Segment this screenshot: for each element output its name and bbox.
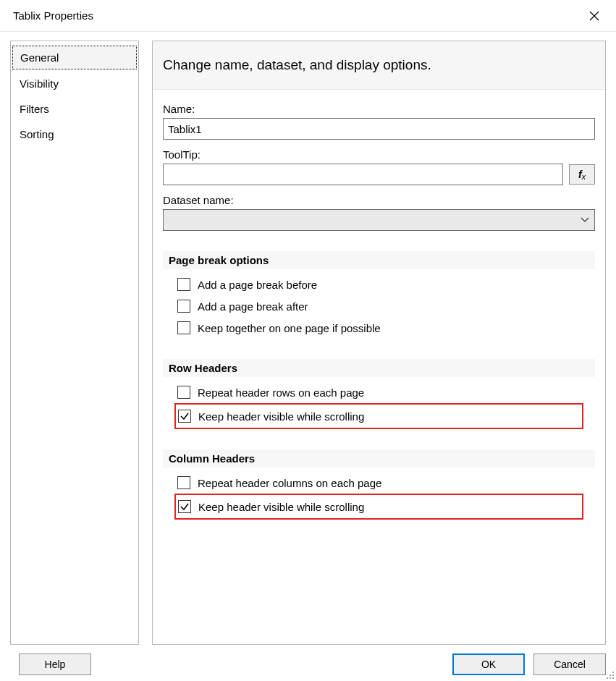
tooltip-input[interactable] — [163, 164, 563, 185]
checkbox — [177, 386, 190, 399]
footer: Help OK Cancel — [10, 653, 606, 675]
tab-visibility[interactable]: Visibility — [11, 71, 138, 96]
expression-button[interactable]: fx — [569, 164, 595, 185]
checkbox — [177, 321, 190, 334]
checkbox — [178, 500, 191, 513]
svg-point-3 — [607, 677, 608, 679]
content-header: Change name, dataset, and display option… — [153, 41, 605, 90]
group-row-headers: Row Headers Repeat header rows on each p… — [163, 359, 595, 429]
highlight-box: Keep header visible while scrolling — [174, 403, 583, 429]
check-keep-together[interactable]: Keep together on one page if possible — [163, 317, 595, 339]
tooltip-row: fx — [163, 164, 595, 185]
checkbox-label: Keep together on one page if possible — [198, 322, 381, 334]
highlight-box: Keep header visible while scrolling — [174, 494, 583, 520]
dataset-label: Dataset name: — [163, 194, 595, 206]
check-keep-column-header-visible[interactable]: Keep header visible while scrolling — [177, 496, 581, 517]
check-page-break-after[interactable]: Add a page break after — [163, 295, 595, 317]
close-icon — [589, 11, 599, 21]
check-repeat-column-headers[interactable]: Repeat header columns on each page — [163, 472, 595, 494]
checkbox-label: Keep header visible while scrolling — [198, 501, 364, 513]
tooltip-label: ToolTip: — [163, 148, 595, 161]
checkbox-label: Repeat header rows on each page — [198, 386, 364, 399]
tab-label: General — [20, 51, 59, 64]
tab-label: Filters — [20, 103, 49, 115]
tab-label: Visibility — [20, 77, 59, 90]
name-label: Name: — [163, 103, 595, 115]
tab-filters[interactable]: Filters — [11, 96, 138, 122]
dataset-select[interactable] — [163, 209, 595, 231]
content-body: Name: ToolTip: fx Dataset name: Page bre… — [153, 90, 605, 644]
titlebar: Tablix Properties — [0, 0, 616, 32]
svg-point-2 — [612, 674, 614, 676]
check-keep-row-header-visible[interactable]: Keep header visible while scrolling — [177, 405, 581, 427]
svg-point-0 — [612, 672, 614, 673]
svg-point-1 — [609, 674, 611, 676]
tab-label: Sorting — [20, 128, 54, 140]
svg-point-5 — [612, 677, 614, 679]
group-title-row-headers: Row Headers — [163, 359, 595, 377]
name-input[interactable] — [163, 118, 595, 140]
checkbox-label: Repeat header columns on each page — [198, 477, 381, 489]
checkbox-label: Keep header visible while scrolling — [198, 410, 364, 423]
checkbox — [177, 476, 190, 489]
group-title-page-break: Page break options — [163, 251, 595, 269]
checkbox — [178, 410, 191, 423]
group-column-headers: Column Headers Repeat header columns on … — [163, 449, 595, 520]
ok-button[interactable]: OK — [452, 653, 525, 675]
checkbox — [177, 300, 190, 313]
group-title-column-headers: Column Headers — [163, 449, 595, 468]
content-panel: Change name, dataset, and display option… — [152, 41, 606, 645]
checkbox-label: Add a page break after — [198, 300, 308, 313]
checkbox-label: Add a page break before — [198, 279, 317, 291]
sidebar: General Visibility Filters Sorting — [10, 41, 139, 645]
group-page-break: Page break options Add a page break befo… — [163, 251, 595, 339]
dialog-body: General Visibility Filters Sorting Chang… — [10, 41, 606, 645]
tab-general[interactable]: General — [12, 46, 137, 69]
dataset-select-wrap — [163, 209, 595, 231]
check-page-break-before[interactable]: Add a page break before — [163, 274, 595, 295]
cancel-button[interactable]: Cancel — [533, 653, 606, 675]
checkbox — [177, 278, 190, 291]
check-repeat-row-headers[interactable]: Repeat header rows on each page — [163, 381, 595, 403]
window-title: Tablix Properties — [13, 9, 93, 22]
tab-sorting[interactable]: Sorting — [11, 122, 138, 147]
resize-grip-icon[interactable] — [604, 669, 615, 680]
close-button[interactable] — [580, 4, 609, 28]
help-button[interactable]: Help — [19, 653, 91, 675]
svg-point-4 — [609, 677, 611, 679]
